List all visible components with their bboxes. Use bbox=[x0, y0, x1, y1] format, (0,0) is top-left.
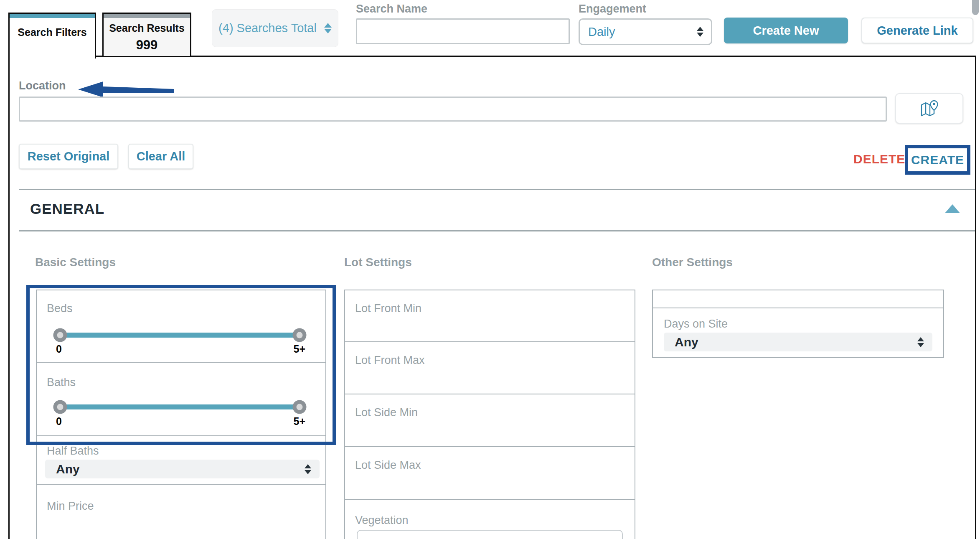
panel-border-left bbox=[8, 13, 10, 539]
engagement-select[interactable]: Daily bbox=[579, 18, 712, 45]
baths-slider-min-handle[interactable] bbox=[53, 400, 67, 414]
lot-settings-heading: Lot Settings bbox=[344, 256, 412, 269]
min-price-label: Min Price bbox=[47, 500, 94, 513]
lot-front-max-label: Lot Front Max bbox=[355, 354, 425, 367]
location-input[interactable] bbox=[19, 97, 887, 122]
lot-front-min-field[interactable]: Lot Front Min bbox=[344, 290, 635, 342]
half-baths-select[interactable]: Any bbox=[45, 460, 320, 478]
half-baths-value: Any bbox=[56, 462, 80, 476]
create-button[interactable]: CREATE bbox=[905, 145, 970, 175]
vegetation-label: Vegetation bbox=[355, 514, 409, 527]
baths-max-value: 5+ bbox=[293, 415, 305, 427]
tab-search-filters-label: Search Filters bbox=[10, 26, 95, 38]
tab-search-filters[interactable]: Search Filters bbox=[8, 13, 96, 58]
section-divider bbox=[19, 189, 975, 190]
collapse-chevron-up-icon[interactable] bbox=[945, 204, 960, 213]
days-on-site-label: Days on Site bbox=[664, 318, 728, 331]
days-on-site-select[interactable]: Any bbox=[664, 333, 932, 351]
panel-border-top bbox=[96, 56, 976, 57]
general-section-title: GENERAL bbox=[30, 201, 104, 217]
days-on-site-value: Any bbox=[675, 335, 698, 349]
location-label: Location bbox=[19, 79, 66, 92]
beds-field[interactable]: Beds 0 5+ bbox=[36, 290, 326, 363]
beds-slider-min-handle[interactable] bbox=[53, 328, 67, 342]
lot-front-max-field[interactable]: Lot Front Max bbox=[344, 341, 635, 394]
vegetation-field: Vegetation bbox=[344, 499, 635, 539]
search-filters-page: Search Filters Search Results 999 (4) Se… bbox=[0, 0, 980, 539]
baths-field[interactable]: Baths 0 5+ bbox=[36, 362, 326, 436]
beds-range-slider[interactable] bbox=[60, 333, 300, 338]
search-results-count: 999 bbox=[104, 38, 190, 53]
baths-label: Baths bbox=[47, 376, 76, 389]
lot-front-min-label: Lot Front Min bbox=[355, 302, 421, 315]
beds-max-value: 5+ bbox=[293, 343, 305, 355]
sort-arrows-icon bbox=[917, 337, 924, 347]
other-settings-empty-input[interactable] bbox=[652, 290, 944, 308]
search-name-input[interactable] bbox=[356, 18, 570, 44]
annotation-arrow-left-icon bbox=[77, 80, 175, 99]
lot-side-min-field[interactable]: Lot Side Min bbox=[344, 394, 635, 447]
sort-arrows-icon bbox=[305, 464, 311, 474]
search-name-label: Search Name bbox=[356, 3, 427, 15]
searches-total-label: (4) Searches Total bbox=[218, 21, 317, 35]
beds-label: Beds bbox=[47, 302, 73, 315]
tab-inactive-accent-bar bbox=[104, 14, 190, 18]
baths-slider-max-handle[interactable] bbox=[293, 400, 307, 414]
baths-min-value: 0 bbox=[56, 415, 62, 427]
sort-arrows-icon bbox=[697, 27, 703, 37]
beds-slider-max-handle[interactable] bbox=[293, 328, 307, 342]
searches-total-select[interactable]: (4) Searches Total bbox=[212, 9, 338, 47]
tab-active-accent-bar bbox=[10, 14, 95, 18]
vegetation-input[interactable] bbox=[357, 530, 623, 539]
panel-border-right bbox=[975, 56, 976, 539]
delete-button[interactable]: DELETE bbox=[853, 152, 905, 166]
days-on-site-field: Days on Site Any bbox=[652, 308, 944, 358]
map-icon bbox=[920, 100, 939, 117]
tab-search-results[interactable]: Search Results 999 bbox=[102, 13, 191, 57]
lot-side-max-field[interactable]: Lot Side Max bbox=[344, 446, 635, 500]
generate-link-button[interactable]: Generate Link bbox=[861, 18, 973, 43]
engagement-label: Engagement bbox=[579, 3, 646, 15]
clear-all-button[interactable]: Clear All bbox=[128, 144, 193, 169]
map-button[interactable] bbox=[895, 93, 963, 124]
baths-range-slider[interactable] bbox=[60, 404, 300, 409]
half-baths-label: Half Baths bbox=[47, 445, 99, 458]
other-settings-heading: Other Settings bbox=[652, 256, 733, 269]
beds-min-value: 0 bbox=[56, 343, 62, 355]
basic-settings-heading: Basic Settings bbox=[35, 256, 116, 269]
section-divider bbox=[19, 230, 975, 231]
sort-arrows-icon bbox=[324, 23, 332, 33]
lot-side-min-label: Lot Side Min bbox=[355, 406, 418, 419]
half-baths-field: Half Baths Any bbox=[36, 435, 326, 485]
scrollbar-thumb[interactable] bbox=[972, 0, 979, 15]
create-new-button[interactable]: Create New bbox=[724, 18, 848, 43]
tab-search-results-label: Search Results bbox=[104, 22, 190, 34]
engagement-value: Daily bbox=[588, 25, 615, 39]
lot-side-max-label: Lot Side Max bbox=[355, 459, 421, 472]
min-price-field[interactable]: Min Price bbox=[36, 484, 326, 539]
reset-original-button[interactable]: Reset Original bbox=[19, 144, 118, 169]
